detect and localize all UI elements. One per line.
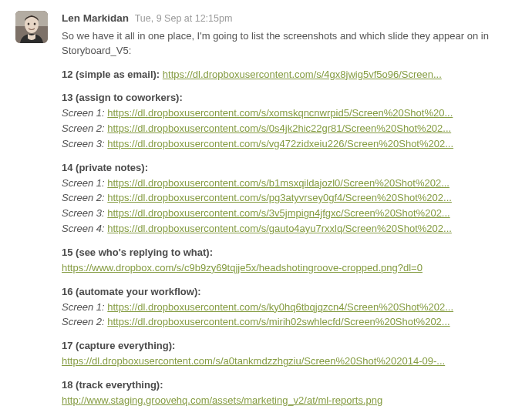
section-title: 12 (simple as email): bbox=[62, 69, 160, 80]
section: 17 (capture everything):https://dl.dropb… bbox=[62, 339, 523, 369]
link-line: Screen 2: https://dl.dropboxusercontent.… bbox=[62, 315, 523, 330]
screenshot-link[interactable]: https://dl.dropboxusercontent.com/s/b1ms… bbox=[107, 177, 450, 189]
link-line: http://www.staging.groovehq.com/assets/m… bbox=[62, 394, 523, 408]
section-header-line: 17 (capture everything): bbox=[62, 339, 523, 354]
message-header: Len Markidan Tue, 9 Sep at 12:15pm bbox=[62, 11, 523, 26]
chat-message: Len Markidan Tue, 9 Sep at 12:15pm So we… bbox=[0, 0, 532, 416]
section: 14 (private notes):Screen 1: https://dl.… bbox=[62, 161, 523, 237]
message-content: Len Markidan Tue, 9 Sep at 12:15pm So we… bbox=[62, 11, 523, 409]
section: 12 (simple as email): https://dl.dropbox… bbox=[62, 68, 523, 82]
screen-label: Screen 1: bbox=[62, 107, 105, 119]
author-name: Len Markidan bbox=[62, 12, 129, 24]
link-line: Screen 2: https://dl.dropboxusercontent.… bbox=[62, 191, 523, 206]
screenshot-link[interactable]: https://dl.dropboxusercontent.com/s/3v5j… bbox=[107, 207, 450, 219]
link-line: https://dl.dropboxusercontent.com/s/a0ta… bbox=[62, 354, 523, 369]
intro-text: So we have it all in one place, I'm goin… bbox=[62, 29, 523, 59]
screen-label: Screen 1: bbox=[62, 177, 105, 189]
screenshot-link[interactable]: https://dl.dropboxusercontent.com/s/vg47… bbox=[107, 138, 453, 149]
link-line: Screen 2: https://dl.dropboxusercontent.… bbox=[62, 122, 523, 136]
section: 13 (assign to coworkers):Screen 1: https… bbox=[62, 91, 523, 151]
link-line: Screen 1: https://dl.dropboxusercontent.… bbox=[62, 300, 523, 315]
screenshot-link[interactable]: https://dl.dropboxusercontent.com/s/a0ta… bbox=[62, 355, 445, 367]
section-header-line: 18 (track everything): bbox=[62, 378, 523, 393]
screenshot-link[interactable]: https://www.dropbox.com/s/c9b9zy69tqjje5… bbox=[62, 262, 423, 273]
screen-label: Screen 3: bbox=[62, 207, 105, 219]
link-line: https://www.dropbox.com/s/c9b9zy69tqjje5… bbox=[62, 261, 523, 276]
link-line: Screen 3: https://dl.dropboxusercontent.… bbox=[62, 137, 523, 152]
link-line: Screen 1: https://dl.dropboxusercontent.… bbox=[62, 106, 523, 121]
link-line: Screen 3: https://dl.dropboxusercontent.… bbox=[62, 206, 523, 221]
svg-point-3 bbox=[28, 22, 30, 25]
section-header-line: 15 (see who's replying to what): bbox=[62, 246, 523, 260]
sections-container: 12 (simple as email): https://dl.dropbox… bbox=[62, 68, 523, 408]
screen-label: Screen 3: bbox=[62, 138, 105, 149]
section-title: 14 (private notes): bbox=[62, 162, 148, 173]
section-title: 18 (track everything): bbox=[62, 379, 163, 391]
screenshot-link[interactable]: https://dl.dropboxusercontent.com/s/4gx8… bbox=[163, 69, 442, 80]
screen-label: Screen 4: bbox=[62, 223, 105, 234]
avatar bbox=[15, 11, 48, 43]
screenshot-link[interactable]: https://dl.dropboxusercontent.com/s/ky0h… bbox=[107, 301, 453, 313]
screen-label: Screen 1: bbox=[62, 301, 105, 313]
section: 16 (automate your workflow):Screen 1: ht… bbox=[62, 285, 523, 330]
section-title: 15 (see who's replying to what): bbox=[62, 247, 213, 258]
screenshot-link[interactable]: http://www.staging.groovehq.com/assets/m… bbox=[62, 394, 382, 406]
link-line: Screen 4: https://dl.dropboxusercontent.… bbox=[62, 222, 523, 237]
svg-point-4 bbox=[34, 22, 36, 25]
section: 15 (see who's replying to what):https://… bbox=[62, 246, 523, 276]
screenshot-link[interactable]: https://dl.dropboxusercontent.com/s/0s4j… bbox=[107, 122, 451, 134]
section-title: 17 (capture everything): bbox=[62, 340, 175, 351]
section-title: 13 (assign to coworkers): bbox=[62, 92, 183, 103]
screenshot-link[interactable]: https://dl.dropboxusercontent.com/s/xoms… bbox=[107, 107, 453, 119]
message-timestamp: Tue, 9 Sep at 12:15pm bbox=[135, 13, 233, 24]
section-header-line: 14 (private notes): bbox=[62, 161, 523, 176]
screen-label: Screen 2: bbox=[62, 192, 105, 203]
link-line: Screen 1: https://dl.dropboxusercontent.… bbox=[62, 176, 523, 191]
screenshot-link[interactable]: https://dl.dropboxusercontent.com/s/gaut… bbox=[107, 223, 452, 234]
section-header-line: 12 (simple as email): https://dl.dropbox… bbox=[62, 68, 523, 82]
screenshot-link[interactable]: https://dl.dropboxusercontent.com/s/pg3a… bbox=[107, 192, 452, 203]
section-header-line: 13 (assign to coworkers): bbox=[62, 91, 523, 106]
screen-label: Screen 2: bbox=[62, 316, 105, 327]
section-header-line: 16 (automate your workflow): bbox=[62, 285, 523, 300]
section-title: 16 (automate your workflow): bbox=[62, 286, 201, 297]
section: 18 (track everything):http://www.staging… bbox=[62, 378, 523, 408]
screen-label: Screen 2: bbox=[62, 122, 105, 134]
screenshot-link[interactable]: https://dl.dropboxusercontent.com/s/miri… bbox=[107, 316, 450, 327]
